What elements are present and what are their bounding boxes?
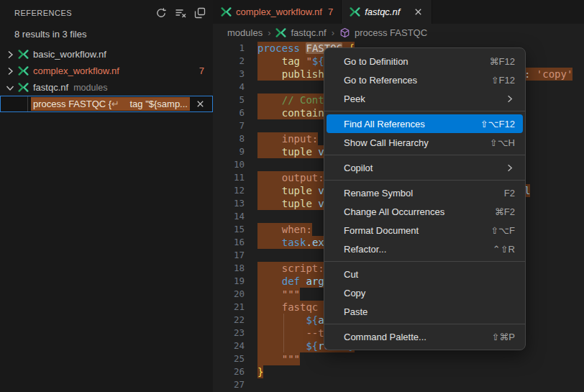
vscode-window: REFERENCES 8 results in 3 files basic_wo… (0, 0, 584, 392)
menu-item-label: Change All Occurrences (344, 206, 444, 217)
line-number[interactable]: 10 (213, 158, 245, 171)
menu-item-refactor[interactable]: Refactor...⌃⇧R (324, 240, 525, 258)
code-line[interactable]: 26} (213, 365, 584, 378)
collapse-all-button[interactable] (194, 7, 206, 19)
breadcrumb-item-fastqc-nf[interactable]: fastqc.nf (291, 27, 326, 38)
line-number[interactable]: 18 (213, 262, 245, 275)
menu-item-label: Show Call Hierarchy (344, 137, 429, 148)
menu-item-peek[interactable]: Peek (324, 89, 525, 108)
line-number[interactable]: 4 (213, 81, 245, 94)
line-number[interactable]: 1 (213, 42, 245, 55)
line-number[interactable]: 2 (213, 55, 245, 68)
line-number[interactable]: 8 (213, 132, 245, 145)
submenu-arrow-icon (504, 94, 515, 104)
menu-item-cut[interactable]: Cut (324, 265, 525, 283)
menu-item-label: Paste (344, 306, 368, 317)
menu-item-paste[interactable]: Paste (324, 302, 525, 321)
remove-result-icon[interactable] (195, 99, 206, 109)
tab-bar: complex_workflow.nf7fastqc.nf (213, 0, 584, 24)
menu-item-label: Copilot (344, 163, 373, 173)
line-number[interactable]: 19 (213, 275, 245, 288)
reference-range-highlight: script: (257, 262, 324, 275)
line-number[interactable]: 13 (213, 197, 245, 210)
line-number[interactable]: 12 (213, 184, 245, 197)
symbol-namespace-icon (339, 27, 350, 38)
tree-item-basic-workflow-nf[interactable]: basic_workflow.nf (0, 46, 213, 63)
menu-item-find-all-references[interactable]: Find All References⇧⌥F12 (327, 114, 523, 133)
menu-item-go-to-references[interactable]: Go to References⇧F12 (324, 70, 525, 89)
menu-item-label: Cut (344, 269, 358, 280)
file-label: fastqc.nf (33, 82, 68, 93)
menu-item-label: Copy (344, 288, 365, 298)
line-number[interactable]: 16 (213, 236, 245, 249)
menu-item-command-palette[interactable]: Command Palette...⇧⌘P (324, 327, 525, 346)
match-text: process FASTQC {↵ tag "${samp... (31, 96, 190, 111)
nextflow-icon (350, 6, 360, 17)
reference-range-highlight: output: (257, 171, 324, 184)
clear-results-button[interactable] (175, 7, 186, 19)
menu-shortcut: F2 (504, 188, 515, 199)
reference-result-row[interactable]: process FASTQC {↵ tag "${samp... (0, 96, 213, 112)
line-number[interactable]: 26 (213, 365, 245, 378)
line-number[interactable]: 20 (213, 288, 245, 301)
line-number[interactable]: 7 (213, 119, 245, 132)
menu-item-label: Peek (344, 94, 365, 104)
tab-fastqc-nf[interactable]: fastqc.nf (342, 0, 432, 24)
match-highlight: process FASTQC {↵ tag "${samp... (31, 97, 190, 111)
menu-item-label: Format Document (344, 225, 419, 236)
line-number[interactable]: 3 (213, 68, 245, 81)
line-number[interactable]: 17 (213, 249, 245, 262)
menu-item-label: Find All References (344, 119, 425, 129)
reference-range-highlight: } (257, 365, 263, 378)
menu-item-show-call-hierarchy[interactable]: Show Call Hierarchy⇧⌥H (324, 133, 525, 152)
menu-item-label: Rename Symbol (344, 188, 413, 199)
menu-shortcut: ⇧⌥H (490, 137, 515, 148)
line-number[interactable]: 5 (213, 94, 245, 106)
tab-problem-badge: 7 (328, 6, 333, 17)
line-number[interactable]: 6 (213, 106, 245, 119)
menu-item-label: Go to References (344, 75, 417, 86)
line-number[interactable]: 27 (213, 378, 245, 391)
menu-item-format-document[interactable]: Format Document⇧⌥F (324, 221, 525, 240)
line-number[interactable]: 15 (213, 223, 245, 236)
collapse-all-icon (194, 9, 206, 21)
nextflow-icon (18, 65, 29, 76)
match-code-part1: process FASTQC { (33, 99, 111, 109)
line-content: } (257, 365, 263, 378)
line-number[interactable]: 25 (213, 352, 245, 365)
line-number[interactable]: 21 (213, 301, 245, 314)
submenu-arrow-icon (504, 163, 515, 173)
menu-item-change-all-occurrences[interactable]: Change All Occurrences⌘F2 (324, 202, 525, 221)
results-summary: 8 results in 3 files (0, 19, 213, 40)
close-tab-icon[interactable] (413, 6, 424, 17)
menu-item-go-to-definition[interactable]: Go to Definition⌘F12 (324, 52, 525, 70)
line-number[interactable]: 9 (213, 145, 245, 158)
menu-shortcut: ⌃⇧R (493, 244, 515, 255)
reference-range-highlight: """ (257, 288, 300, 301)
references-sidebar: REFERENCES 8 results in 3 files basic_wo… (0, 0, 213, 392)
line-number[interactable]: 14 (213, 210, 245, 223)
line-number[interactable]: 11 (213, 171, 245, 184)
menu-item-copy[interactable]: Copy (324, 283, 525, 302)
line-number[interactable]: 23 (213, 327, 245, 339)
line-content: """ (257, 352, 300, 365)
refresh-button[interactable] (155, 7, 167, 19)
code-line[interactable]: 27 (213, 378, 584, 391)
result-count-badge: 7 (199, 65, 204, 76)
line-number[interactable]: 24 (213, 339, 245, 352)
menu-item-copilot[interactable]: Copilot (324, 158, 525, 177)
nextflow-icon (275, 27, 286, 38)
chevron-down-icon (4, 82, 16, 94)
menu-shortcut: ⌘F12 (490, 56, 515, 67)
line-content: script: (257, 262, 324, 275)
line-number[interactable]: 22 (213, 314, 245, 327)
breadcrumb[interactable]: modules›fastqc.nf›process FASTQC (213, 24, 584, 41)
clear-list-icon (175, 9, 186, 21)
code-line[interactable]: 25 """ (213, 352, 584, 365)
breadcrumb-item-process-fastqc[interactable]: process FASTQC (355, 27, 427, 38)
menu-item-rename-symbol[interactable]: Rename SymbolF2 (324, 183, 525, 202)
tree-item-complex-workflow-nf[interactable]: complex_workflow.nf7 (0, 63, 213, 79)
tree-item-fastqc-nf[interactable]: fastqc.nfmodules (0, 79, 213, 96)
tab-complex-workflow-nf[interactable]: complex_workflow.nf7 (213, 0, 342, 24)
breadcrumb-item-modules[interactable]: modules (227, 27, 263, 38)
